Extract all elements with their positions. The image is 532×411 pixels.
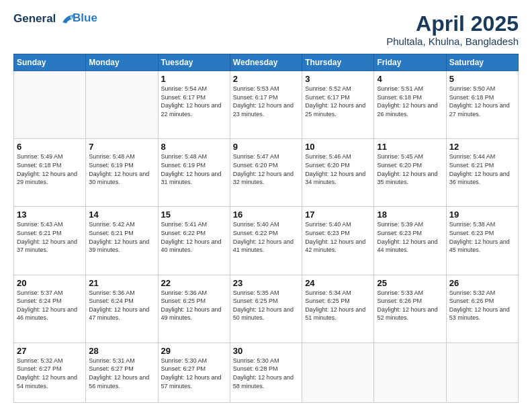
calendar-cell: 5Sunrise: 5:50 AMSunset: 6:18 PMDaylight… bbox=[446, 71, 518, 139]
calendar-cell: 9Sunrise: 5:47 AMSunset: 6:20 PMDaylight… bbox=[230, 139, 302, 207]
calendar-cell: 1Sunrise: 5:54 AMSunset: 6:17 PMDaylight… bbox=[158, 71, 230, 139]
day-number: 20 bbox=[17, 278, 83, 288]
day-detail: Sunrise: 5:40 AMSunset: 6:22 PMDaylight:… bbox=[233, 220, 299, 254]
calendar-cell: 30Sunrise: 5:30 AMSunset: 6:28 PMDayligh… bbox=[230, 342, 302, 402]
weekday-header: Wednesday bbox=[230, 54, 302, 71]
logo-blue: Blue bbox=[73, 11, 97, 25]
day-detail: Sunrise: 5:32 AMSunset: 6:26 PMDaylight:… bbox=[449, 289, 515, 322]
calendar-cell bbox=[302, 342, 374, 402]
day-number: 15 bbox=[161, 210, 227, 220]
calendar-cell: 21Sunrise: 5:36 AMSunset: 6:24 PMDayligh… bbox=[86, 275, 158, 342]
weekday-header: Thursday bbox=[302, 54, 374, 71]
calendar-cell: 25Sunrise: 5:33 AMSunset: 6:26 PMDayligh… bbox=[374, 275, 446, 342]
calendar-cell: 24Sunrise: 5:34 AMSunset: 6:25 PMDayligh… bbox=[302, 275, 374, 342]
logo-general: General bbox=[13, 12, 56, 25]
day-number: 13 bbox=[17, 210, 83, 220]
day-number: 3 bbox=[305, 74, 371, 84]
calendar-cell: 28Sunrise: 5:31 AMSunset: 6:27 PMDayligh… bbox=[86, 342, 158, 402]
logo-text: General Blue bbox=[13, 12, 97, 26]
weekday-header: Monday bbox=[86, 54, 158, 71]
day-number: 9 bbox=[233, 142, 299, 152]
day-detail: Sunrise: 5:54 AMSunset: 6:17 PMDaylight:… bbox=[161, 85, 227, 118]
logo: General Blue bbox=[13, 12, 97, 26]
weekday-header: Saturday bbox=[446, 54, 518, 71]
calendar-cell: 3Sunrise: 5:52 AMSunset: 6:17 PMDaylight… bbox=[302, 71, 374, 139]
calendar-cell: 20Sunrise: 5:37 AMSunset: 6:24 PMDayligh… bbox=[14, 275, 86, 342]
calendar-cell: 10Sunrise: 5:46 AMSunset: 6:20 PMDayligh… bbox=[302, 139, 374, 207]
day-detail: Sunrise: 5:47 AMSunset: 6:20 PMDaylight:… bbox=[233, 152, 299, 186]
title-block: April 2025 Phultala, Khulna, Bangladesh bbox=[386, 12, 519, 47]
calendar-cell bbox=[374, 342, 446, 402]
calendar-cell: 17Sunrise: 5:40 AMSunset: 6:23 PMDayligh… bbox=[302, 207, 374, 275]
day-number: 12 bbox=[449, 142, 515, 152]
day-detail: Sunrise: 5:48 AMSunset: 6:19 PMDaylight:… bbox=[89, 152, 154, 186]
day-detail: Sunrise: 5:48 AMSunset: 6:19 PMDaylight:… bbox=[161, 152, 227, 186]
calendar-cell: 14Sunrise: 5:42 AMSunset: 6:21 PMDayligh… bbox=[86, 207, 158, 275]
day-number: 30 bbox=[233, 346, 299, 356]
day-number: 16 bbox=[233, 210, 299, 220]
day-number: 11 bbox=[377, 142, 443, 152]
day-detail: Sunrise: 5:35 AMSunset: 6:25 PMDaylight:… bbox=[233, 289, 299, 322]
day-detail: Sunrise: 5:34 AMSunset: 6:25 PMDaylight:… bbox=[305, 289, 371, 322]
day-detail: Sunrise: 5:44 AMSunset: 6:21 PMDaylight:… bbox=[449, 152, 515, 186]
day-number: 1 bbox=[161, 74, 227, 84]
day-number: 28 bbox=[89, 346, 154, 356]
day-detail: Sunrise: 5:50 AMSunset: 6:18 PMDaylight:… bbox=[449, 85, 515, 118]
day-number: 29 bbox=[161, 346, 227, 356]
day-number: 8 bbox=[161, 142, 227, 152]
day-detail: Sunrise: 5:30 AMSunset: 6:28 PMDaylight:… bbox=[233, 357, 299, 390]
day-detail: Sunrise: 5:31 AMSunset: 6:27 PMDaylight:… bbox=[89, 357, 154, 390]
day-detail: Sunrise: 5:52 AMSunset: 6:17 PMDaylight:… bbox=[305, 85, 371, 118]
day-number: 21 bbox=[89, 278, 154, 288]
location: Phultala, Khulna, Bangladesh bbox=[386, 36, 519, 47]
weekday-header: Tuesday bbox=[158, 54, 230, 71]
calendar-cell: 29Sunrise: 5:30 AMSunset: 6:27 PMDayligh… bbox=[158, 342, 230, 402]
calendar-cell: 8Sunrise: 5:48 AMSunset: 6:19 PMDaylight… bbox=[158, 139, 230, 207]
calendar-cell: 26Sunrise: 5:32 AMSunset: 6:26 PMDayligh… bbox=[446, 275, 518, 342]
day-detail: Sunrise: 5:51 AMSunset: 6:18 PMDaylight:… bbox=[377, 85, 443, 118]
day-number: 4 bbox=[377, 74, 443, 84]
day-number: 26 bbox=[449, 278, 515, 288]
calendar-cell: 4Sunrise: 5:51 AMSunset: 6:18 PMDaylight… bbox=[374, 71, 446, 139]
day-number: 19 bbox=[449, 210, 515, 220]
calendar-cell: 6Sunrise: 5:49 AMSunset: 6:18 PMDaylight… bbox=[14, 139, 86, 207]
day-number: 18 bbox=[377, 210, 443, 220]
day-detail: Sunrise: 5:32 AMSunset: 6:27 PMDaylight:… bbox=[17, 357, 83, 390]
day-detail: Sunrise: 5:37 AMSunset: 6:24 PMDaylight:… bbox=[17, 289, 83, 322]
weekday-header: Sunday bbox=[14, 54, 86, 71]
calendar-cell bbox=[86, 71, 158, 139]
day-detail: Sunrise: 5:40 AMSunset: 6:23 PMDaylight:… bbox=[305, 220, 371, 254]
day-detail: Sunrise: 5:42 AMSunset: 6:21 PMDaylight:… bbox=[89, 220, 154, 254]
day-detail: Sunrise: 5:46 AMSunset: 6:20 PMDaylight:… bbox=[305, 152, 371, 186]
day-number: 24 bbox=[305, 278, 371, 288]
calendar-cell: 16Sunrise: 5:40 AMSunset: 6:22 PMDayligh… bbox=[230, 207, 302, 275]
day-detail: Sunrise: 5:43 AMSunset: 6:21 PMDaylight:… bbox=[17, 220, 83, 254]
day-detail: Sunrise: 5:39 AMSunset: 6:23 PMDaylight:… bbox=[377, 220, 443, 254]
day-number: 17 bbox=[305, 210, 371, 220]
calendar-cell: 19Sunrise: 5:38 AMSunset: 6:23 PMDayligh… bbox=[446, 207, 518, 275]
day-number: 2 bbox=[233, 74, 299, 84]
calendar-cell bbox=[446, 342, 518, 402]
calendar-cell: 2Sunrise: 5:53 AMSunset: 6:17 PMDaylight… bbox=[230, 71, 302, 139]
day-number: 5 bbox=[449, 74, 515, 84]
calendar-cell: 11Sunrise: 5:45 AMSunset: 6:20 PMDayligh… bbox=[374, 139, 446, 207]
day-number: 25 bbox=[377, 278, 443, 288]
day-detail: Sunrise: 5:41 AMSunset: 6:22 PMDaylight:… bbox=[161, 220, 227, 254]
day-detail: Sunrise: 5:30 AMSunset: 6:27 PMDaylight:… bbox=[161, 357, 227, 390]
calendar-cell: 23Sunrise: 5:35 AMSunset: 6:25 PMDayligh… bbox=[230, 275, 302, 342]
calendar-cell: 22Sunrise: 5:36 AMSunset: 6:25 PMDayligh… bbox=[158, 275, 230, 342]
calendar-cell: 18Sunrise: 5:39 AMSunset: 6:23 PMDayligh… bbox=[374, 207, 446, 275]
day-detail: Sunrise: 5:33 AMSunset: 6:26 PMDaylight:… bbox=[377, 289, 443, 322]
day-detail: Sunrise: 5:45 AMSunset: 6:20 PMDaylight:… bbox=[377, 152, 443, 186]
calendar-table: SundayMondayTuesdayWednesdayThursdayFrid… bbox=[13, 54, 519, 403]
day-number: 22 bbox=[161, 278, 227, 288]
day-number: 14 bbox=[89, 210, 154, 220]
month-title: April 2025 bbox=[386, 12, 519, 36]
day-number: 10 bbox=[305, 142, 371, 152]
day-number: 27 bbox=[17, 346, 83, 356]
day-detail: Sunrise: 5:38 AMSunset: 6:23 PMDaylight:… bbox=[449, 220, 515, 254]
day-detail: Sunrise: 5:36 AMSunset: 6:25 PMDaylight:… bbox=[161, 289, 227, 322]
calendar-cell: 27Sunrise: 5:32 AMSunset: 6:27 PMDayligh… bbox=[14, 342, 86, 402]
calendar-cell: 7Sunrise: 5:48 AMSunset: 6:19 PMDaylight… bbox=[86, 139, 158, 207]
day-number: 6 bbox=[17, 142, 83, 152]
